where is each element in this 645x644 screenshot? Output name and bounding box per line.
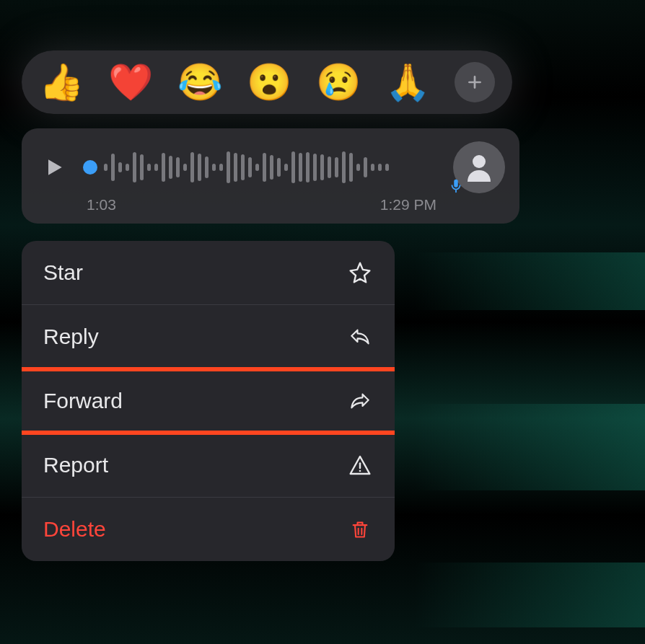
main-container: 👍 ❤️ 😂 😮 😢 🙏 [0,0,645,575]
play-button[interactable] [36,154,72,180]
mic-badge [446,176,466,196]
menu-item-report[interactable]: Report [22,433,395,498]
voice-timestamp: 1:29 PM [380,196,436,213]
reaction-laugh[interactable]: 😂 [177,64,222,100]
context-menu: Star Reply Forward [22,241,395,561]
warning-icon [347,452,373,478]
menu-label: Star [43,260,83,285]
playhead[interactable] [83,160,97,175]
reply-icon [347,324,373,350]
audio-waveform[interactable] [83,149,442,185]
plus-icon [465,73,484,92]
reaction-wow[interactable]: 😮 [247,64,291,100]
reactions-bar: 👍 ❤️ 😂 😮 😢 🙏 [22,50,512,114]
reaction-heart[interactable]: ❤️ [108,64,153,100]
menu-item-delete[interactable]: Delete [22,498,395,561]
add-reaction-button[interactable] [455,62,495,102]
person-icon [462,150,496,185]
reaction-pray[interactable]: 🙏 [385,64,430,100]
menu-item-reply[interactable]: Reply [22,305,395,369]
voice-duration: 1:03 [87,196,116,213]
menu-item-forward[interactable]: Forward [22,369,395,433]
reaction-thumbs-up[interactable]: 👍 [39,64,84,100]
menu-label: Delete [43,517,106,542]
menu-label: Reply [43,325,99,349]
menu-label: Report [43,453,108,477]
voice-message-bubble: 1:03 1:29 PM [22,128,519,224]
voice-meta: 1:03 1:29 PM [36,196,505,213]
play-icon [43,154,66,180]
menu-label: Forward [43,389,123,413]
sender-avatar-wrap [453,141,505,193]
menu-item-star[interactable]: Star [22,241,395,305]
star-icon [347,260,373,286]
svg-point-0 [473,155,486,168]
svg-point-3 [359,470,361,472]
forward-icon [347,388,373,414]
microphone-icon [448,176,464,196]
trash-icon [347,516,373,542]
svg-rect-1 [454,180,458,188]
reaction-sad[interactable]: 😢 [316,64,361,100]
